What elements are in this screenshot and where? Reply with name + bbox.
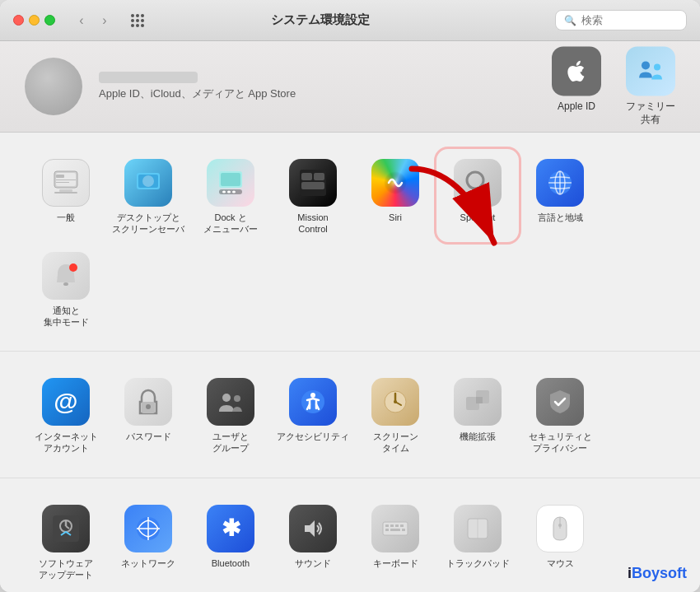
profile-info: Apple ID、iCloud、メディアと App Store — [99, 72, 296, 101]
watermark: iBoysoft — [628, 565, 687, 582]
svg-rect-14 — [221, 173, 240, 186]
svg-rect-54 — [390, 524, 394, 527]
close-button[interactable] — [13, 15, 24, 26]
svg-rect-58 — [390, 529, 400, 531]
language-item[interactable]: 言語と地域 — [519, 149, 601, 242]
trackpad-item[interactable]: トラックパッド — [436, 495, 519, 588]
internet-label: インターネットアカウント — [35, 431, 98, 454]
screentime-item[interactable]: スクリーンタイム — [354, 368, 436, 461]
svg-rect-9 — [54, 192, 77, 193]
notification-item[interactable]: 通知と集中モード — [25, 242, 107, 335]
family-icon — [636, 56, 665, 86]
spotlight-icon — [454, 159, 502, 207]
svg-point-0 — [642, 61, 650, 69]
traffic-lights — [13, 15, 55, 26]
siri-item[interactable]: Siri — [354, 149, 436, 242]
apple-id-item[interactable]: Apple ID — [552, 46, 601, 126]
keyboard-item[interactable]: キーボード — [354, 495, 436, 588]
desktop-item[interactable]: デスクトップとスクリーンセーバ — [107, 149, 189, 242]
mouse-label: マウス — [547, 557, 574, 569]
security-label: セキュリティとプライバシー — [529, 431, 592, 454]
section-hardware: ソフトウェアアップデート ネットワーク — [0, 478, 700, 592]
mission-label: MissionControl — [297, 212, 328, 235]
svg-rect-5 — [56, 175, 64, 178]
svg-point-34 — [222, 394, 231, 402]
svg-rect-20 — [301, 173, 312, 180]
svg-rect-22 — [301, 182, 324, 189]
software-icon — [42, 505, 90, 552]
search-icon: 🔍 — [564, 15, 576, 26]
display-item[interactable]: ディスプレイ — [25, 587, 107, 592]
svg-point-1 — [654, 63, 660, 70]
window-title: システム環境設定 — [95, 12, 545, 28]
screentime-icon — [371, 378, 419, 426]
bluetooth-item[interactable]: ✱ Bluetooth — [189, 495, 272, 588]
svg-rect-59 — [402, 529, 405, 531]
accessibility-icon — [289, 378, 337, 426]
extensions-item[interactable]: 機能拡張 — [436, 368, 519, 461]
password-icon — [124, 378, 172, 426]
general-item[interactable]: 一般 — [25, 149, 107, 242]
svg-rect-18 — [232, 191, 236, 193]
svg-rect-21 — [314, 173, 324, 180]
titlebar: ‹ › システム環境設定 🔍 — [0, 0, 700, 41]
password-label: パスワード — [126, 431, 171, 442]
password-item[interactable]: パスワード — [107, 368, 189, 461]
dock-item[interactable]: Dock とメニューバー — [189, 149, 272, 242]
desktop-icon — [124, 159, 172, 207]
svg-rect-8 — [59, 189, 72, 192]
svg-rect-45 — [53, 515, 79, 542]
general-icon — [42, 159, 90, 207]
users-icon — [207, 378, 254, 426]
dock-label: Dock とメニューバー — [203, 212, 258, 235]
screentime-label: スクリーンタイム — [373, 431, 418, 454]
sound-item[interactable]: サウンド — [272, 495, 354, 588]
mouse-icon — [536, 505, 584, 552]
profile-section: Apple ID、iCloud、メディアと App Store Apple ID — [0, 41, 700, 133]
profile-name-placeholder — [99, 72, 198, 83]
mouse-item[interactable]: マウス — [519, 495, 601, 588]
family-label: ファミリー共有 — [626, 100, 675, 126]
icons-grid-1: 一般 デスクトップとスクリーンセーバ — [25, 149, 675, 334]
notification-label: 通知と集中モード — [44, 305, 89, 329]
minimize-button[interactable] — [29, 15, 40, 26]
svg-point-37 — [310, 393, 315, 398]
svg-rect-17 — [227, 191, 231, 193]
svg-point-33 — [146, 404, 151, 409]
sound-label: サウンド — [295, 557, 331, 569]
search-bar[interactable]: 🔍 — [555, 10, 687, 30]
spotlight-item[interactable]: Spotlight — [436, 149, 519, 242]
svg-rect-44 — [476, 397, 483, 403]
main-content: 一般 デスクトップとスクリーンセーバ — [0, 133, 700, 592]
svg-point-63 — [558, 524, 562, 527]
svg-point-41 — [394, 400, 397, 403]
bluetooth-label: Bluetooth — [212, 557, 250, 569]
network-item[interactable]: ネットワーク — [107, 495, 189, 588]
section-accounts: @ インターネットアカウント パスワード — [0, 352, 700, 478]
svg-line-25 — [481, 186, 488, 193]
language-label: 言語と地域 — [538, 212, 583, 223]
svg-point-35 — [234, 395, 240, 402]
internet-item[interactable]: @ インターネットアカウント — [25, 368, 107, 461]
trackpad-icon — [454, 505, 502, 552]
sound-icon — [289, 505, 337, 552]
family-icon-bg — [626, 46, 675, 96]
system-preferences-window: ‹ › システム環境設定 🔍 Apple ID、iCloud、メディアと App… — [0, 0, 700, 592]
security-item[interactable]: セキュリティとプライバシー — [519, 368, 601, 461]
svg-point-31 — [69, 263, 77, 272]
siri-label: Siri — [389, 212, 402, 223]
accessibility-item[interactable]: アクセシビリティ — [272, 368, 354, 461]
profile-icons: Apple ID ファミリー共有 — [552, 46, 675, 126]
keyboard-icon — [371, 505, 419, 552]
watermark-boysoft: Boysoft — [632, 565, 687, 581]
apple-id-label: Apple ID — [558, 100, 595, 114]
software-item[interactable]: ソフトウェアアップデート — [25, 495, 107, 588]
icons-grid-2: @ インターネットアカウント パスワード — [25, 368, 675, 461]
search-input[interactable] — [581, 14, 678, 26]
users-item[interactable]: ユーザとグループ — [189, 368, 272, 461]
network-icon — [124, 505, 172, 552]
family-sharing-item[interactable]: ファミリー共有 — [626, 46, 675, 126]
mission-item[interactable]: MissionControl — [272, 149, 354, 242]
maximize-button[interactable] — [44, 15, 55, 26]
back-button[interactable]: ‹ — [72, 11, 91, 30]
